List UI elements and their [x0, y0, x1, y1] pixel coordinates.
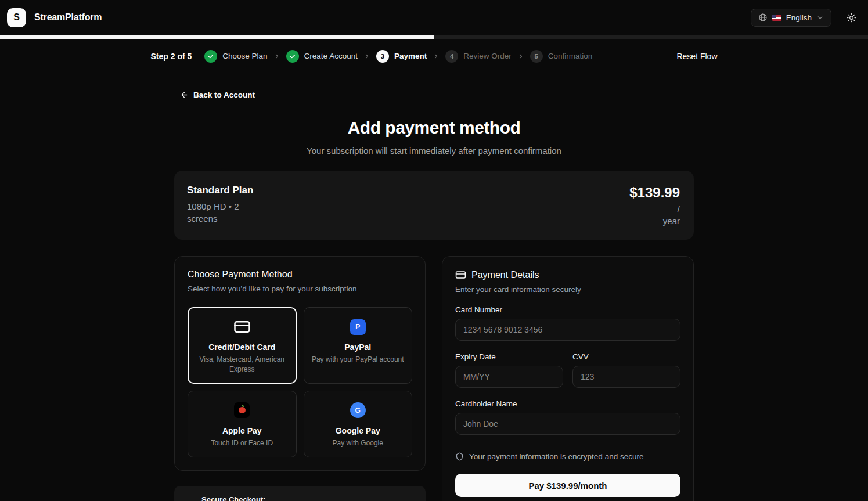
payment-method-paypal[interactable]: P PayPal Pay with your PayPal account: [304, 307, 413, 383]
app-header: S StreamPlatform English: [0, 0, 868, 35]
google-pay-icon: G: [350, 402, 366, 419]
theme-toggle-button[interactable]: [844, 10, 859, 25]
header-actions: English: [751, 9, 859, 27]
page-subtitle: Your subscription will start immediately…: [174, 146, 694, 156]
check-circle-icon: [286, 50, 299, 63]
chevron-right-icon: [273, 53, 280, 60]
step-create-account[interactable]: Create Account: [286, 50, 358, 63]
method-grid: Credit/Debit Card Visa, Mastercard, Amer…: [188, 307, 412, 457]
plan-price-block: $139.99 / year: [629, 185, 680, 227]
flow-progress-fill: [0, 35, 434, 39]
step-review-order[interactable]: 4 Review Order: [445, 50, 512, 63]
main-content: Back to Account Add payment method Your …: [174, 73, 694, 501]
secure-checkout-note: Secure Checkout: Your payment is process…: [174, 486, 426, 501]
check-circle-icon: [204, 50, 217, 63]
encryption-note: Your payment information is encrypted an…: [455, 452, 680, 461]
plan-summary-card: Standard Plan 1080p HD • 2 screens $139.…: [174, 171, 694, 240]
payment-method-credit-card[interactable]: Credit/Debit Card Visa, Mastercard, Amer…: [188, 307, 297, 383]
back-to-account-link[interactable]: Back to Account: [180, 91, 255, 99]
logo-letter: S: [13, 12, 20, 23]
step-payment[interactable]: 3 Payment: [376, 50, 427, 63]
payment-method-google-pay[interactable]: G Google Pay Pay with Google: [304, 391, 413, 457]
plan-description: 1080p HD • 2 screens: [187, 200, 255, 225]
methods-title: Choose Payment Method: [188, 269, 412, 280]
shield-icon: [455, 452, 464, 461]
card-number-label: Card Number: [455, 305, 680, 314]
paypal-icon: P: [350, 318, 366, 336]
pay-button[interactable]: Pay $139.99/month: [455, 474, 680, 497]
globe-icon: [758, 13, 768, 22]
credit-card-icon: [455, 269, 466, 280]
encryption-note-text: Your payment information is encrypted an…: [469, 452, 643, 461]
language-label: English: [786, 13, 812, 22]
apple-pay-icon: [234, 402, 250, 419]
left-column: Choose Payment Method Select how you'd l…: [174, 256, 426, 501]
cvv-input[interactable]: [572, 366, 680, 388]
secure-checkout-title: Secure Checkout:: [201, 495, 415, 501]
sun-icon: [847, 13, 856, 23]
chevron-down-icon: [816, 14, 824, 21]
payment-details-subtitle: Enter your card information securely: [455, 285, 680, 294]
step-confirmation[interactable]: 5 Confirmation: [530, 50, 593, 63]
step-choose-plan[interactable]: Choose Plan: [204, 50, 267, 63]
flow-progress-track: [0, 35, 868, 39]
step-number: 3: [376, 50, 389, 63]
language-selector[interactable]: English: [751, 9, 831, 27]
credit-card-icon: [233, 318, 251, 336]
step-navigation: Step 2 of 5 Choose Plan Create Account: [0, 39, 868, 73]
chevron-right-icon: [517, 53, 524, 60]
arrow-left-icon: [180, 91, 189, 99]
step-count-label: Step 2 of 5: [151, 52, 192, 61]
steps-list: Choose Plan Create Account 3 Payment: [204, 50, 666, 63]
reset-flow-button[interactable]: Reset Flow: [676, 52, 717, 61]
brand-name: StreamPlatform: [34, 12, 102, 23]
cvv-label: CVV: [572, 352, 680, 361]
plan-name: Standard Plan: [187, 185, 255, 196]
choose-payment-method-panel: Choose Payment Method Select how you'd l…: [174, 256, 426, 471]
us-flag-icon: [772, 15, 781, 21]
chevron-right-icon: [433, 53, 440, 60]
methods-subtitle: Select how you'd like to pay for your su…: [188, 284, 412, 293]
apple-icon: [239, 407, 246, 413]
payment-details-title: Payment Details: [471, 270, 539, 280]
expiry-date-input[interactable]: [455, 366, 563, 388]
step-number: 4: [445, 50, 458, 63]
expiry-date-label: Expiry Date: [455, 352, 563, 361]
brand: S StreamPlatform: [7, 8, 102, 27]
app-logo: S: [7, 8, 26, 27]
payment-details-panel: Payment Details Enter your card informat…: [442, 256, 694, 501]
plan-price: $139.99: [629, 185, 680, 201]
chevron-right-icon: [363, 53, 370, 60]
cardholder-name-label: Cardholder Name: [455, 399, 680, 408]
page-title: Add payment method: [174, 118, 694, 138]
card-number-input[interactable]: [455, 319, 680, 341]
payment-method-apple-pay[interactable]: Apple Pay Touch ID or Face ID: [188, 391, 297, 457]
plan-period-unit: year: [629, 215, 680, 228]
plan-period-slash: /: [629, 203, 680, 215]
step-number: 5: [530, 50, 543, 63]
cardholder-name-input[interactable]: [455, 413, 680, 435]
